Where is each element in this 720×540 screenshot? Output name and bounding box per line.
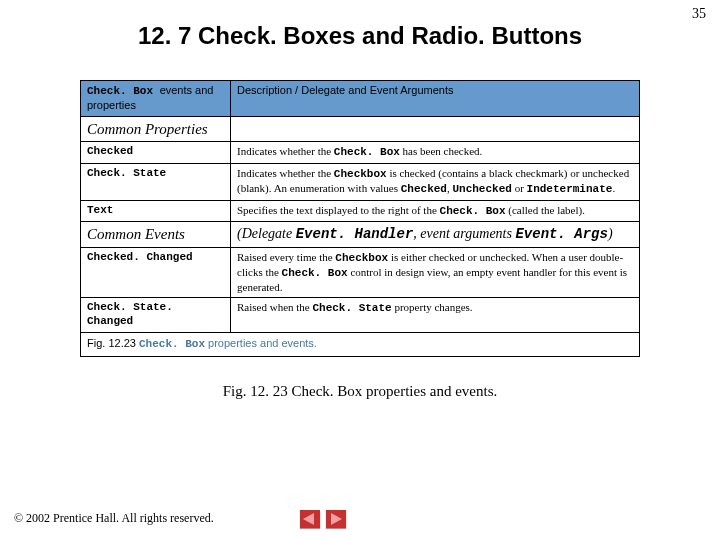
section-common-properties: Common Properties [81, 116, 640, 142]
text: Raised every time the [237, 251, 335, 263]
property-desc: Indicates whether the Checkbox is checke… [231, 164, 640, 201]
properties-table: Check. Box events and properties Descrip… [80, 80, 640, 357]
text: . [612, 182, 615, 194]
code: Check. Box [334, 146, 400, 158]
code: Checkbox [335, 252, 388, 264]
text: (Delegate [237, 226, 296, 241]
section-common-events: Common Events (Delegate Event. Handler, … [81, 222, 640, 248]
code: Event. Handler [296, 226, 414, 242]
table-row: Check. State. Changed Raised when the Ch… [81, 298, 640, 333]
header-col1-bold: Check. Box [87, 85, 160, 97]
section-right [231, 116, 640, 142]
table-row: Checked. Changed Raised every time the C… [81, 248, 640, 298]
section-right: (Delegate Event. Handler, event argument… [231, 222, 640, 248]
copyright-footer: © 2002 Prentice Hall. All rights reserve… [14, 511, 214, 526]
property-name: Check. State [81, 164, 231, 201]
code: Checked [401, 183, 447, 195]
header-col2: Description / Delegate and Event Argumen… [231, 81, 640, 117]
text: (called the label). [506, 204, 585, 216]
table-row: Checked Indicates whether the Check. Box… [81, 142, 640, 164]
code: Check. State [312, 302, 391, 314]
table-row: Check. State Indicates whether the Check… [81, 164, 640, 201]
code: Checkbox [334, 168, 387, 180]
event-desc: Raised when the Check. State property ch… [231, 298, 640, 333]
text: has been checked. [400, 145, 482, 157]
slide-title: 12. 7 Check. Boxes and Radio. Buttons [0, 22, 720, 50]
event-name: Checked. Changed [81, 248, 231, 298]
code: Check. Box [282, 267, 348, 279]
table-header-row: Check. Box events and properties Descrip… [81, 81, 640, 117]
property-desc: Indicates whether the Check. Box has bee… [231, 142, 640, 164]
property-name: Text [81, 200, 231, 222]
nav-buttons [300, 510, 346, 528]
header-col1: Check. Box events and properties [81, 81, 231, 117]
text: or [512, 182, 527, 194]
figure-caption: Fig. 12. 23 Check. Box properties and ev… [0, 383, 720, 400]
caption-number: Fig. 12.23 [87, 337, 136, 349]
table-caption: Fig. 12.23 Check. Box properties and eve… [81, 332, 640, 356]
property-desc: Specifies the text displayed to the righ… [231, 200, 640, 222]
property-name: Checked [81, 142, 231, 164]
prev-button[interactable] [300, 510, 320, 528]
section-label: Common Properties [81, 116, 231, 142]
text: properties and events. [205, 337, 317, 349]
table-row: Text Specifies the text displayed to the… [81, 200, 640, 222]
section-label: Common Events [81, 222, 231, 248]
table-caption-row: Fig. 12.23 Check. Box properties and eve… [81, 332, 640, 356]
code: Event. Args [515, 226, 607, 242]
text: , event arguments [413, 226, 515, 241]
text: Indicates whether the [237, 145, 334, 157]
page-number: 35 [692, 6, 706, 22]
event-name: Check. State. Changed [81, 298, 231, 333]
text: Indicates whether the [237, 167, 334, 179]
code: Unchecked [452, 183, 511, 195]
next-button[interactable] [326, 510, 346, 528]
header-col2-text: Description / Delegate and Event Argumen… [237, 84, 453, 96]
event-desc: Raised every time the Checkbox is either… [231, 248, 640, 298]
text: Specifies the text displayed to the righ… [237, 204, 440, 216]
text: ) [608, 226, 613, 241]
code: Check. Box [139, 338, 205, 350]
code: Check. Box [440, 205, 506, 217]
text: Raised when the [237, 301, 312, 313]
code: Indeterminate [527, 183, 613, 195]
text: property changes. [392, 301, 473, 313]
